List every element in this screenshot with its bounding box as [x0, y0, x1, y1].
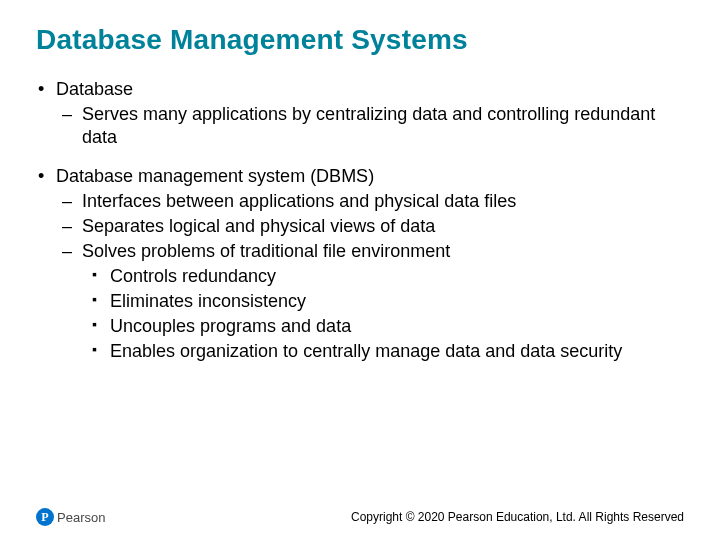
logo-mark-icon: P — [36, 508, 54, 526]
bullet-text: Interfaces between applications and phys… — [82, 191, 516, 211]
logo-text: Pearson — [57, 510, 105, 525]
list-item: Uncouples programs and data — [82, 315, 684, 338]
slide: Database Management Systems Database Ser… — [0, 0, 720, 540]
publisher-logo: P Pearson — [36, 508, 105, 526]
list-item: Separates logical and physical views of … — [56, 215, 684, 238]
list-item: Interfaces between applications and phys… — [56, 190, 684, 213]
list-item: Database Serves many applications by cen… — [36, 78, 684, 149]
list-item: Controls redundancy — [82, 265, 684, 288]
list-item: Serves many applications by centralizing… — [56, 103, 684, 149]
list-item: Enables organization to centrally manage… — [82, 340, 684, 363]
list-item: Solves problems of traditional file envi… — [56, 240, 684, 363]
footer: P Pearson Copyright © 2020 Pearson Educa… — [36, 508, 684, 526]
bullet-text: Database management system (DBMS) — [56, 166, 374, 186]
bullet-text: Controls redundancy — [110, 266, 276, 286]
bullet-text: Eliminates inconsistency — [110, 291, 306, 311]
bullet-text: Separates logical and physical views of … — [82, 216, 435, 236]
bullet-text: Uncouples programs and data — [110, 316, 351, 336]
bullet-text: Solves problems of traditional file envi… — [82, 241, 450, 261]
bullet-text: Enables organization to centrally manage… — [110, 341, 622, 361]
bullet-text: Serves many applications by centralizing… — [82, 104, 655, 147]
list-item: Eliminates inconsistency — [82, 290, 684, 313]
slide-body: Database Serves many applications by cen… — [36, 78, 684, 363]
list-item: Database management system (DBMS) Interf… — [36, 165, 684, 363]
bullet-text: Database — [56, 79, 133, 99]
copyright-text: Copyright © 2020 Pearson Education, Ltd.… — [351, 510, 684, 524]
slide-title: Database Management Systems — [36, 24, 684, 56]
